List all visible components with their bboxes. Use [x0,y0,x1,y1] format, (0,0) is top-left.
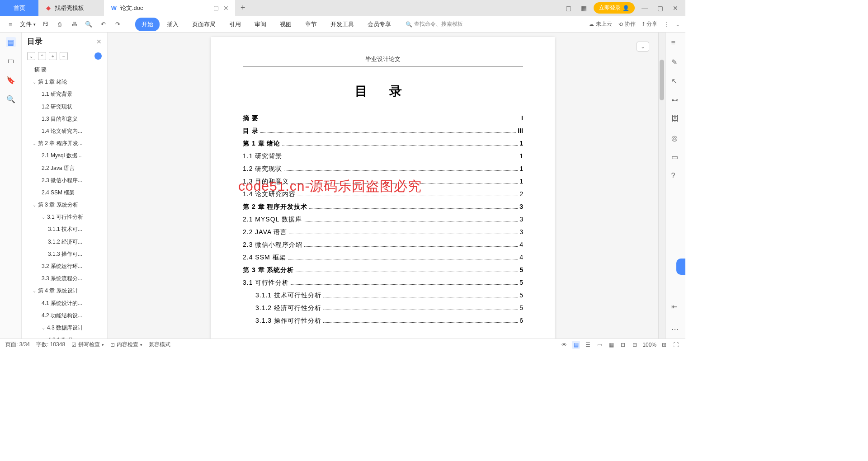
redo-icon[interactable]: ↷ [113,19,123,29]
print-icon[interactable]: 🖶 [69,19,79,29]
toc-line[interactable]: 1.2 研究现状1 [243,165,523,173]
collapse-icon[interactable]: ⌄ [675,21,680,28]
menu-tab-member[interactable]: 会员专享 [361,18,397,31]
outline-item[interactable]: 第 3 章 系统分析 [22,199,107,211]
outline-item[interactable]: 2.4 SSM 框架 [22,187,107,199]
page-options-icon[interactable]: ⌄ [637,42,649,52]
outline-item[interactable]: 1.4 论文研究内... [22,125,107,137]
tab-template[interactable]: ◆ 找稻壳模板 [38,0,104,16]
command-search[interactable]: 🔍 查找命令、搜索模板 [406,20,463,28]
outline-item[interactable]: 3.1 可行性分析 [22,211,107,223]
pen-rail-icon[interactable]: ✎ [671,58,680,67]
remove-item-icon[interactable]: − [60,52,68,60]
eye-icon[interactable]: 👁 [560,341,568,349]
toc-line[interactable]: 目 录III [243,127,523,135]
menu-tab-layout[interactable]: 页面布局 [186,18,222,31]
outline-item[interactable]: 3.1.2 经济可... [22,236,107,248]
close-icon[interactable]: ✕ [223,5,229,12]
toc-line[interactable]: 第 2 章 程序开发技术3 [243,203,523,211]
outline-item[interactable]: 4.3 数据库设计 [22,322,107,334]
menu-tab-insert[interactable]: 插入 [160,18,185,31]
menu-rail-icon[interactable]: ≡ [671,39,680,48]
collapse-all-icon[interactable]: ⌄ [27,52,35,60]
menu-tab-view[interactable]: 视图 [274,18,298,31]
file-menu[interactable]: 文件▾ [20,20,36,28]
undo-icon[interactable]: ↶ [98,19,108,29]
outline-item[interactable]: 1.1 研究背景 [22,88,107,100]
cursor-rail-icon[interactable]: ↖ [671,77,680,86]
zoom-level[interactable]: 100% [642,342,656,348]
hamburger-icon[interactable]: ≡ [5,19,15,29]
menu-tab-review[interactable]: 审阅 [248,18,273,31]
outline-item[interactable]: 4.2 功能结构设... [22,310,107,322]
settings-rail-icon[interactable]: ⊷ [671,96,680,105]
cloud-status[interactable]: ☁未上云 [589,20,612,28]
compat-mode[interactable]: 兼容模式 [149,341,170,348]
minimize-icon[interactable]: — [639,3,650,14]
web-view-icon[interactable]: ▦ [607,341,615,349]
help-rail-icon[interactable]: ? [671,172,680,181]
toc-line[interactable]: 1.3 目的和意义1 [243,178,523,186]
content-check[interactable]: ⊡内容检查▾ [110,341,142,348]
tab-add-button[interactable]: + [235,3,251,13]
toc-line[interactable]: 3.1 可行性分析5 [243,279,523,287]
save-icon[interactable]: 🖫 [40,19,50,29]
image-rail-icon[interactable]: 🖼 [671,115,680,124]
fullscreen-icon[interactable]: ⛶ [672,341,680,349]
panel-close-icon[interactable]: ✕ [96,38,102,45]
folder-rail-icon[interactable]: 🗀 [6,56,16,66]
zoom-in-icon[interactable]: ⊞ [660,341,668,349]
word-count[interactable]: 字数: 10348 [36,341,65,348]
document-area[interactable]: 毕业设计论文 目 录 摘 要I目 录III第 1 章 绪论11.1 研究背景11… [108,33,658,339]
outline-item[interactable]: 2.2 Java 语言 [22,162,107,174]
outline-item[interactable]: 3.3 系统流程分... [22,273,107,285]
device-rail-icon[interactable]: ▭ [671,153,680,162]
menu-tab-start[interactable]: 开始 [135,18,160,31]
outline-item[interactable]: 1.3 目的和意义 [22,113,107,125]
share-button[interactable]: ⤴分享 [642,20,657,28]
target-rail-icon[interactable]: ◎ [671,134,680,143]
more-icon[interactable]: ⋮ [664,21,669,28]
page-view-icon[interactable]: ▤ [572,341,580,349]
outline-item[interactable]: 4.3.1 数据... [22,334,107,339]
toc-line[interactable]: 2.1 MYSQL 数据库3 [243,216,523,224]
collapse-rail-icon[interactable]: ⇤ [671,302,680,311]
window-close-icon[interactable]: ✕ [670,3,681,14]
more-rail-icon[interactable]: ⋯ [671,325,680,334]
maximize-icon[interactable]: ▢ [655,3,665,14]
layout-icon[interactable]: ▢ [563,3,574,14]
outline-item[interactable]: 4.1 系统设计的... [22,297,107,310]
login-button[interactable]: 立即登录 👤 [594,2,635,14]
side-handle[interactable] [676,259,685,275]
toc-line[interactable]: 3.1.2 经济可行性分析5 [243,304,523,312]
vertical-scrollbar[interactable] [658,33,665,339]
spell-check[interactable]: ☑拼写检查▾ [71,341,104,348]
outline-view-icon[interactable]: ☰ [584,341,592,349]
toc-line[interactable]: 摘 要I [243,114,523,122]
outline-item[interactable]: 第 4 章 系统设计 [22,285,107,297]
sync-indicator-icon[interactable] [94,52,102,60]
page-indicator[interactable]: 页面: 3/34 [5,341,30,348]
scroll-thumb[interactable] [660,60,664,100]
expand-all-icon[interactable]: ⌃ [38,52,46,60]
toc-line[interactable]: 2.3 微信小程序介绍4 [243,241,523,249]
fit-icon[interactable]: ⊡ [619,341,627,349]
zoom-out-icon[interactable]: ⊟ [631,341,639,349]
toc-line[interactable]: 第 1 章 绪论1 [243,140,523,148]
outline-item[interactable]: 第 1 章 绪论 [22,76,107,88]
menu-tab-devtools[interactable]: 开发工具 [324,18,360,31]
outline-item[interactable]: 3.1.1 技术可... [22,223,107,235]
outline-item[interactable]: 摘 要 [22,64,107,76]
grid-icon[interactable]: ▦ [578,3,589,14]
toc-line[interactable]: 3.1.1 技术可行性分析5 [243,292,523,300]
bookmark-rail-icon[interactable]: 🔖 [6,75,16,85]
toc-line[interactable]: 3.1.3 操作可行性分析6 [243,317,523,325]
read-view-icon[interactable]: ▭ [595,341,604,349]
outline-item[interactable]: 3.2 系统运行环... [22,260,107,273]
export-icon[interactable]: ⎙ [55,19,65,29]
preview-icon[interactable]: 🔍 [84,19,94,29]
tab-window-icon[interactable]: ▢ [213,5,219,11]
toc-line[interactable]: 2.2 JAVA 语言3 [243,228,523,236]
outline-item[interactable]: 第 2 章 程序开发... [22,137,107,150]
outline-item[interactable]: 2.3 微信小程序... [22,174,107,187]
